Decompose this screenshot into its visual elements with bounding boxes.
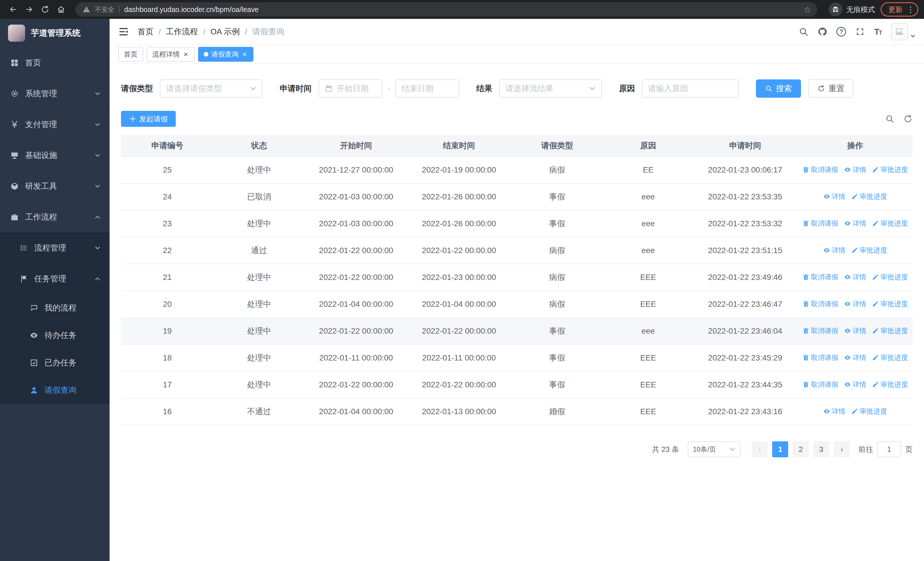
forward-button[interactable] xyxy=(22,2,36,17)
reason-field[interactable] xyxy=(648,84,732,93)
cancel-leave-link[interactable]: 取消请假 xyxy=(802,326,838,335)
cancel-leave-link[interactable]: 取消请假 xyxy=(802,299,838,308)
detail-link[interactable]: 详情 xyxy=(844,326,866,335)
detail-link[interactable]: 详情 xyxy=(844,219,866,228)
detail-link[interactable]: 详情 xyxy=(823,407,846,416)
detail-link[interactable]: 详情 xyxy=(844,353,866,362)
approval-progress-link[interactable]: 审批进度 xyxy=(872,326,908,335)
approval-progress-link[interactable]: 审批进度 xyxy=(872,219,908,228)
chevron-down-icon xyxy=(95,91,100,96)
reload-button[interactable] xyxy=(38,2,52,17)
sidebar-item-done-tasks[interactable]: 已办任务 xyxy=(0,349,110,376)
end-date-field[interactable] xyxy=(402,84,453,93)
approval-progress-link[interactable]: 审批进度 xyxy=(872,299,908,308)
user-menu[interactable] xyxy=(891,23,915,40)
create-leave-button[interactable]: 发起请假 xyxy=(121,111,176,127)
sidebar-item-home[interactable]: 首页 xyxy=(0,47,110,78)
cancel-leave-link[interactable]: 取消请假 xyxy=(802,353,838,362)
tab-home[interactable]: 首页 xyxy=(118,47,143,62)
refresh-icon[interactable] xyxy=(903,114,913,123)
cell-type: 事假 xyxy=(510,317,604,344)
reset-button[interactable]: 重置 xyxy=(808,80,854,98)
sidebar-item-leave-query[interactable]: 请假查询 xyxy=(0,376,110,404)
cell-id: 21 xyxy=(121,264,214,291)
approval-progress-link[interactable]: 审批进度 xyxy=(851,407,887,416)
cell-status: 已取消 xyxy=(214,183,305,210)
cancel-leave-link[interactable]: 取消请假 xyxy=(802,272,838,282)
cancel-leave-link[interactable]: 取消请假 xyxy=(802,165,838,174)
result-select[interactable]: 请选择流结果 xyxy=(499,80,602,98)
close-icon[interactable]: × xyxy=(183,51,189,58)
address-bar[interactable]: 不安全 dashboard.yudao.iocoder.cn/bpm/oa/le… xyxy=(75,2,817,17)
detail-link[interactable]: 详情 xyxy=(844,165,866,174)
tab-process-detail[interactable]: 流程详情 × xyxy=(147,47,195,62)
cell-reason: EE xyxy=(604,156,693,183)
back-button[interactable] xyxy=(6,2,21,17)
approval-progress-link[interactable]: 审批进度 xyxy=(851,246,887,255)
app-logo[interactable]: 芋道管理系统 xyxy=(0,19,110,47)
table-row: 18处理中2022-01-11 00:00:002022-01-11 00:00… xyxy=(121,344,913,371)
page-button-3[interactable]: 3 xyxy=(813,441,829,457)
chevron-down-icon xyxy=(910,33,915,39)
toggle-search-icon[interactable] xyxy=(885,114,894,123)
detail-link[interactable]: 详情 xyxy=(823,192,846,201)
done-icon xyxy=(30,358,38,367)
detail-link[interactable]: 详情 xyxy=(844,272,866,282)
approval-progress-link[interactable]: 审批进度 xyxy=(872,353,908,362)
goto-page-input[interactable] xyxy=(877,441,901,457)
prev-page-button[interactable]: ‹ xyxy=(752,441,768,457)
approval-progress-link[interactable]: 审批进度 xyxy=(872,380,908,389)
start-date-field[interactable] xyxy=(337,84,376,93)
breadcrumb-separator: / xyxy=(203,27,206,36)
sidebar-item-infrastructure[interactable]: 基础设施 xyxy=(0,140,110,171)
col-actions: 操作 xyxy=(798,135,913,156)
end-date-input[interactable] xyxy=(395,80,459,98)
sidebar-item-process-management[interactable]: 流程管理 xyxy=(0,233,110,263)
search-icon[interactable] xyxy=(799,27,808,36)
cancel-leave-link[interactable]: 取消请假 xyxy=(802,219,838,228)
cell-start: 2022-01-04 00:00:00 xyxy=(305,291,408,317)
page-size-select[interactable]: 10条/页 xyxy=(688,441,741,457)
tab-leave-query[interactable]: 请假查询 × xyxy=(198,47,254,62)
page-button-2[interactable]: 2 xyxy=(793,441,809,457)
sidebar-item-task-management[interactable]: 任务管理 xyxy=(0,263,110,294)
font-size-icon[interactable]: TT xyxy=(874,27,882,36)
browser-menu[interactable]: 更新 ⋮ xyxy=(880,2,918,17)
sidebar-fold-icon[interactable] xyxy=(118,26,129,37)
cell-type: 病假 xyxy=(510,237,604,264)
cancel-leave-link[interactable]: 取消请假 xyxy=(802,380,838,389)
close-icon[interactable]: × xyxy=(242,51,248,58)
cell-type: 事假 xyxy=(510,183,604,210)
reason-input[interactable] xyxy=(642,80,739,98)
sidebar-item-payment[interactable]: 支付管理 xyxy=(0,109,110,140)
user-icon xyxy=(30,386,38,394)
sidebar-item-pending-tasks[interactable]: 待办任务 xyxy=(0,322,110,349)
sidebar-item-system[interactable]: 系统管理 xyxy=(0,78,110,109)
search-button[interactable]: 搜索 xyxy=(756,80,801,98)
sidebar-item-my-processes[interactable]: 我的流程 xyxy=(0,294,110,322)
image-placeholder-icon xyxy=(895,27,904,36)
fullscreen-icon[interactable] xyxy=(855,27,865,36)
sidebar-item-devtools[interactable]: 研发工具 xyxy=(0,171,110,202)
help-icon[interactable]: ? xyxy=(836,27,846,36)
sidebar-item-label: 基础设施 xyxy=(25,150,57,161)
start-date-input[interactable] xyxy=(318,80,382,98)
cell-start: 2022-01-22 00:00:00 xyxy=(305,371,408,398)
detail-link[interactable]: 详情 xyxy=(844,380,866,389)
page-button-1[interactable]: 1 xyxy=(772,441,788,457)
home-button[interactable] xyxy=(54,2,69,17)
sidebar-item-workflow[interactable]: 工作流程 xyxy=(0,202,110,233)
approval-progress-link[interactable]: 审批进度 xyxy=(872,165,908,174)
detail-link[interactable]: 详情 xyxy=(844,299,866,308)
next-page-button[interactable]: › xyxy=(834,441,850,457)
workflow-icon xyxy=(10,213,19,221)
approval-progress-link[interactable]: 审批进度 xyxy=(851,192,887,201)
breadcrumb-item[interactable]: OA 示例 xyxy=(211,26,240,37)
github-icon[interactable] xyxy=(818,27,827,36)
detail-link[interactable]: 详情 xyxy=(823,246,846,255)
approval-progress-link[interactable]: 审批进度 xyxy=(872,272,908,282)
bookmark-star-icon[interactable]: ☆ xyxy=(801,3,814,16)
leave-type-select[interactable]: 请选择请假类型 xyxy=(160,80,262,98)
breadcrumb-item[interactable]: 工作流程 xyxy=(166,26,198,37)
breadcrumb-item[interactable]: 首页 xyxy=(138,26,153,37)
